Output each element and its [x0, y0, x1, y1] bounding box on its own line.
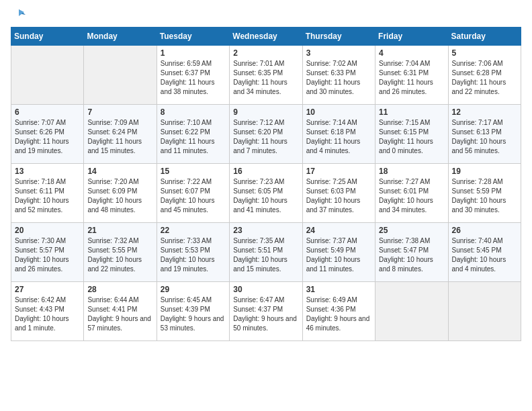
calendar-cell — [448, 282, 521, 341]
day-info: Sunrise: 7:23 AM Sunset: 6:05 PM Dayligh… — [233, 177, 298, 215]
weekday-header-sunday: Sunday — [11, 28, 84, 46]
day-number: 27 — [15, 285, 80, 294]
calendar-table: SundayMondayTuesdayWednesdayThursdayFrid… — [11, 27, 521, 341]
day-number: 21 — [87, 226, 152, 235]
calendar-cell: 15Sunrise: 7:22 AM Sunset: 6:07 PM Dayli… — [157, 164, 229, 223]
day-info: Sunrise: 6:59 AM Sunset: 6:37 PM Dayligh… — [161, 59, 226, 97]
svg-marker-1 — [19, 9, 24, 16]
calendar-cell: 24Sunrise: 7:37 AM Sunset: 5:49 PM Dayli… — [302, 223, 375, 282]
weekday-header-tuesday: Tuesday — [157, 28, 229, 46]
day-number: 28 — [87, 285, 152, 294]
day-number: 13 — [15, 167, 80, 176]
calendar-cell: 22Sunrise: 7:33 AM Sunset: 5:53 PM Dayli… — [157, 223, 229, 282]
day-number: 8 — [161, 107, 226, 117]
day-number: 20 — [15, 226, 80, 235]
day-number: 4 — [379, 48, 444, 58]
day-info: Sunrise: 7:07 AM Sunset: 6:26 PM Dayligh… — [15, 118, 80, 156]
day-number: 18 — [379, 167, 444, 176]
day-info: Sunrise: 7:06 AM Sunset: 6:28 PM Dayligh… — [452, 59, 517, 97]
calendar-cell: 5Sunrise: 7:06 AM Sunset: 6:28 PM Daylig… — [448, 46, 521, 105]
day-info: Sunrise: 7:20 AM Sunset: 6:09 PM Dayligh… — [87, 177, 152, 215]
calendar-cell: 25Sunrise: 7:38 AM Sunset: 5:47 PM Dayli… — [375, 223, 448, 282]
weekday-header-thursday: Thursday — [302, 28, 375, 46]
calendar-cell: 6Sunrise: 7:07 AM Sunset: 6:26 PM Daylig… — [11, 105, 84, 164]
calendar-cell: 27Sunrise: 6:42 AM Sunset: 4:43 PM Dayli… — [11, 282, 84, 341]
day-info: Sunrise: 7:40 AM Sunset: 5:45 PM Dayligh… — [452, 236, 517, 274]
day-number: 9 — [233, 107, 298, 117]
calendar-cell: 1Sunrise: 6:59 AM Sunset: 6:37 PM Daylig… — [157, 46, 229, 105]
day-number: 25 — [379, 226, 444, 235]
day-info: Sunrise: 7:28 AM Sunset: 5:59 PM Dayligh… — [452, 177, 517, 215]
day-number: 7 — [87, 107, 152, 117]
day-number: 11 — [379, 107, 444, 117]
day-info: Sunrise: 7:04 AM Sunset: 6:31 PM Dayligh… — [379, 59, 444, 97]
day-number: 24 — [306, 226, 371, 235]
day-info: Sunrise: 6:47 AM Sunset: 4:37 PM Dayligh… — [233, 295, 298, 333]
day-number: 3 — [306, 48, 371, 58]
weekday-header-saturday: Saturday — [448, 28, 521, 46]
day-number: 12 — [452, 107, 517, 117]
calendar-cell: 11Sunrise: 7:15 AM Sunset: 6:15 PM Dayli… — [375, 105, 448, 164]
calendar-cell: 19Sunrise: 7:28 AM Sunset: 5:59 PM Dayli… — [448, 164, 521, 223]
weekday-header-monday: Monday — [84, 28, 157, 46]
calendar-cell — [11, 46, 84, 105]
day-info: Sunrise: 7:18 AM Sunset: 6:11 PM Dayligh… — [15, 177, 80, 215]
day-number: 22 — [161, 226, 226, 235]
calendar-cell: 4Sunrise: 7:04 AM Sunset: 6:31 PM Daylig… — [375, 46, 448, 105]
day-info: Sunrise: 7:14 AM Sunset: 6:18 PM Dayligh… — [306, 118, 371, 156]
calendar-cell: 3Sunrise: 7:02 AM Sunset: 6:33 PM Daylig… — [302, 46, 375, 105]
calendar-cell: 28Sunrise: 6:44 AM Sunset: 4:41 PM Dayli… — [84, 282, 157, 341]
day-number: 2 — [233, 48, 298, 58]
day-info: Sunrise: 7:09 AM Sunset: 6:24 PM Dayligh… — [87, 118, 152, 156]
day-info: Sunrise: 7:02 AM Sunset: 6:33 PM Dayligh… — [306, 59, 371, 97]
calendar-cell: 17Sunrise: 7:25 AM Sunset: 6:03 PM Dayli… — [302, 164, 375, 223]
calendar-cell — [84, 46, 157, 105]
day-number: 16 — [233, 167, 298, 176]
day-info: Sunrise: 7:01 AM Sunset: 6:35 PM Dayligh… — [233, 59, 298, 97]
day-info: Sunrise: 6:49 AM Sunset: 4:36 PM Dayligh… — [306, 295, 371, 333]
day-info: Sunrise: 6:44 AM Sunset: 4:41 PM Dayligh… — [87, 295, 152, 333]
day-info: Sunrise: 7:30 AM Sunset: 5:57 PM Dayligh… — [15, 236, 80, 274]
day-number: 6 — [15, 107, 80, 117]
day-info: Sunrise: 7:22 AM Sunset: 6:07 PM Dayligh… — [161, 177, 226, 215]
calendar-cell: 7Sunrise: 7:09 AM Sunset: 6:24 PM Daylig… — [84, 105, 157, 164]
calendar-cell: 14Sunrise: 7:20 AM Sunset: 6:09 PM Dayli… — [84, 164, 157, 223]
calendar-cell: 10Sunrise: 7:14 AM Sunset: 6:18 PM Dayli… — [302, 105, 375, 164]
day-number: 23 — [233, 226, 298, 235]
day-number: 26 — [452, 226, 517, 235]
day-number: 19 — [452, 167, 517, 176]
calendar-cell: 2Sunrise: 7:01 AM Sunset: 6:35 PM Daylig… — [230, 46, 302, 105]
day-info: Sunrise: 7:10 AM Sunset: 6:22 PM Dayligh… — [161, 118, 226, 156]
day-info: Sunrise: 7:37 AM Sunset: 5:49 PM Dayligh… — [306, 236, 371, 274]
calendar-cell: 8Sunrise: 7:10 AM Sunset: 6:22 PM Daylig… — [157, 105, 229, 164]
weekday-header-wednesday: Wednesday — [230, 28, 302, 46]
calendar-cell — [375, 282, 448, 341]
calendar-cell: 18Sunrise: 7:27 AM Sunset: 6:01 PM Dayli… — [375, 164, 448, 223]
day-info: Sunrise: 7:33 AM Sunset: 5:53 PM Dayligh… — [161, 236, 226, 274]
calendar-cell: 16Sunrise: 7:23 AM Sunset: 6:05 PM Dayli… — [230, 164, 302, 223]
day-number: 15 — [161, 167, 226, 176]
day-info: Sunrise: 7:32 AM Sunset: 5:55 PM Dayligh… — [87, 236, 152, 274]
calendar-cell: 21Sunrise: 7:32 AM Sunset: 5:55 PM Dayli… — [84, 223, 157, 282]
day-number: 31 — [306, 285, 371, 294]
logo — [11, 11, 26, 21]
day-number: 10 — [306, 107, 371, 117]
calendar-cell: 13Sunrise: 7:18 AM Sunset: 6:11 PM Dayli… — [11, 164, 84, 223]
calendar-cell: 23Sunrise: 7:35 AM Sunset: 5:51 PM Dayli… — [230, 223, 302, 282]
logo-bird-icon — [12, 8, 26, 21]
day-number: 14 — [87, 167, 152, 176]
day-info: Sunrise: 7:15 AM Sunset: 6:15 PM Dayligh… — [379, 118, 444, 156]
calendar-cell: 26Sunrise: 7:40 AM Sunset: 5:45 PM Dayli… — [448, 223, 521, 282]
day-info: Sunrise: 6:42 AM Sunset: 4:43 PM Dayligh… — [15, 295, 80, 333]
day-info: Sunrise: 7:25 AM Sunset: 6:03 PM Dayligh… — [306, 177, 371, 215]
day-number: 29 — [161, 285, 226, 294]
calendar-cell: 20Sunrise: 7:30 AM Sunset: 5:57 PM Dayli… — [11, 223, 84, 282]
page-header — [11, 11, 521, 21]
calendar-cell: 30Sunrise: 6:47 AM Sunset: 4:37 PM Dayli… — [230, 282, 302, 341]
calendar-cell: 9Sunrise: 7:12 AM Sunset: 6:20 PM Daylig… — [230, 105, 302, 164]
day-info: Sunrise: 6:45 AM Sunset: 4:39 PM Dayligh… — [161, 295, 226, 333]
day-number: 17 — [306, 167, 371, 176]
weekday-header-friday: Friday — [375, 28, 448, 46]
day-info: Sunrise: 7:12 AM Sunset: 6:20 PM Dayligh… — [233, 118, 298, 156]
day-number: 5 — [452, 48, 517, 58]
